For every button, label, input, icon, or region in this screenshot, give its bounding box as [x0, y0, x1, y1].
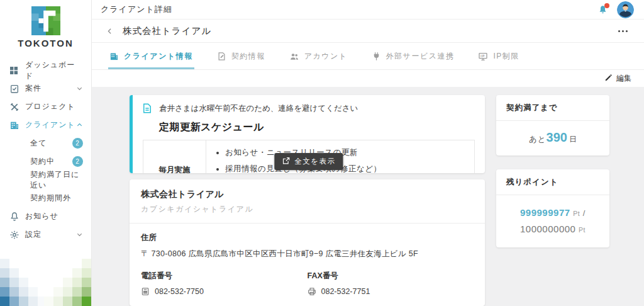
tab-ip-restriction[interactable]: IP IP制限 [477, 43, 520, 69]
sidebar-item-label: ダッシュボード [25, 60, 83, 81]
fax-icon [308, 287, 316, 296]
show-full-text-button[interactable]: 全文を表示 [274, 153, 343, 170]
mosaic-decoration-blue [0, 297, 9, 306]
back-chevron-button[interactable] [106, 27, 114, 35]
chevron-down-icon [76, 85, 83, 92]
gear-icon [9, 229, 19, 240]
address-value: 〒 730-0806 広島県広島市中区中区西十日市町9−9 広電三井住友海上ビル… [141, 249, 474, 259]
points-total-value: 1000000000 [520, 224, 575, 234]
plug-icon [372, 52, 381, 61]
company-name: 株式会社トライアル [141, 189, 474, 200]
phone-icon [141, 287, 150, 296]
points-remaining-value: 999999977 [520, 207, 570, 218]
days-prefix: あと [529, 135, 547, 144]
sidebar-item-clients-all[interactable]: 全て 2 [0, 134, 91, 152]
sidebar-item-dashboard[interactable]: ダッシュボード [0, 61, 91, 79]
sidebar-item-settings[interactable]: 設定 [0, 225, 91, 244]
sidebar-item-projects[interactable]: プロジェクト [0, 98, 91, 116]
phone-label: 電話番号 [141, 271, 308, 281]
tokoton-logo-icon [31, 6, 60, 35]
count-badge: 2 [72, 156, 83, 167]
toolbar: 編集 [92, 70, 644, 87]
schedule-heading: 定期更新スケジュール [159, 121, 475, 134]
breadcrumb: 株式会社トライアル [92, 20, 644, 43]
building-icon [9, 120, 19, 130]
people-icon [289, 52, 299, 62]
points-unit: Pt [579, 226, 586, 234]
sidebar-item-clients-active[interactable]: 契約中 2 [0, 152, 91, 171]
clipboard-check-icon [9, 83, 19, 94]
chevron-up-icon [76, 122, 83, 128]
remaining-points-title: 残りポイント [496, 169, 609, 195]
bell-icon [9, 211, 19, 222]
sidebar-item-label: クライアント [25, 120, 75, 130]
brand-logo[interactable]: TOKOTON [0, 0, 91, 48]
monitor-ip-icon: IP [478, 52, 488, 62]
sidebar-item-label: 契約中 [30, 156, 55, 167]
count-badge: 2 [72, 138, 83, 149]
sidebar-item-clients-expiring[interactable]: 契約満了日に近い [0, 171, 91, 189]
svg-text:IP: IP [481, 54, 486, 57]
sidebar-item-label: 全て [30, 138, 47, 149]
days-suffix: 日 [569, 135, 577, 144]
sidebar-item-label: 契約満了日に近い [30, 169, 83, 191]
tools-icon [9, 101, 19, 112]
notification-dot [604, 3, 609, 8]
fax-label: FAX番号 [308, 271, 474, 281]
tab-label: 外部サービス連携 [386, 51, 455, 62]
document-edit-icon [217, 52, 226, 61]
days-remaining-value: 390 [547, 130, 567, 144]
schedule-item: 採用情報の見直し（募集要項の修正など） [225, 164, 474, 173]
tab-contract-info[interactable]: 契約情報 [216, 43, 267, 69]
show-full-text-label: 全文を表示 [294, 157, 335, 166]
dashboard-icon [9, 65, 19, 76]
tab-client-info[interactable]: クライアント情報 [108, 43, 194, 69]
client-name-heading: 株式会社トライアル [123, 25, 211, 37]
divider [130, 223, 485, 224]
user-avatar[interactable] [617, 1, 634, 18]
edit-button-label: 編集 [616, 73, 631, 84]
sidebar-item-label: お知らせ [25, 211, 58, 222]
sidebar-item-notifications[interactable]: お知らせ [0, 207, 91, 225]
notice-card: 倉井さまは水曜午前不在のため、連絡を避けてください 定期更新スケジュール 毎月実… [130, 95, 485, 173]
tab-external-services[interactable]: 外部サービス連携 [370, 43, 456, 69]
remaining-points-card: 残りポイント 999999977 Pt / 1000000000 Pt [496, 169, 609, 247]
tab-label: クライアント情報 [124, 51, 193, 62]
sidebar-item-label: 設定 [25, 229, 42, 240]
sidebar-item-cases[interactable]: 案件 [0, 79, 91, 98]
company-info-card: 株式会社トライアル カブシキガイシャトライアル 住所 〒 730-0806 広島… [130, 179, 485, 306]
company-name-kana: カブシキガイシャトライアル [141, 204, 474, 215]
top-header: クライアント詳細 [92, 0, 644, 20]
points-unit: Pt [573, 210, 580, 217]
contract-expiry-card: 契約満了まで あと390日 [496, 95, 609, 156]
more-options-button[interactable] [616, 28, 630, 35]
open-in-new-icon [282, 157, 290, 166]
notifications-bell-button[interactable] [597, 4, 608, 15]
address-label: 住所 [141, 232, 474, 243]
client-note-text: 倉井さまは水曜午前不在のため、連絡を避けてください [159, 103, 358, 114]
note-document-icon [142, 103, 153, 114]
points-slash: / [583, 208, 586, 218]
sidebar-item-label: 契約期間外 [30, 193, 71, 203]
tab-label: 契約情報 [231, 51, 265, 62]
edit-button[interactable]: 編集 [604, 73, 631, 84]
sidebar-item-clients[interactable]: クライアント [0, 116, 91, 134]
phone-number: 082-532-7750 [155, 287, 204, 296]
schedule-item: お知らせ・ニュースリリースの更新 [225, 147, 474, 158]
sidebar-nav: ダッシュボード 案件 プロジェクト [0, 61, 91, 244]
page-title: クライアント詳細 [101, 4, 172, 15]
chevron-down-icon [76, 231, 83, 238]
tab-label: アカウント [304, 51, 348, 62]
sidebar: TOKOTON ダッシュボード 案件 [0, 0, 92, 306]
app-window: TOKOTON ダッシュボード 案件 [0, 0, 644, 306]
contract-expiry-title: 契約満了まで [496, 95, 609, 121]
tab-accounts[interactable]: アカウント [288, 43, 349, 69]
brand-wordmark: TOKOTON [18, 38, 73, 48]
schedule-row-label: 毎月実施 [143, 140, 206, 173]
tab-bar: クライアント情報 契約情報 アカウント 外部サービス連携 [92, 43, 644, 70]
main-area: クライアント詳細 株式会社トライアル [92, 0, 644, 306]
building-icon [109, 52, 119, 61]
content-area: 倉井さまは水曜午前不在のため、連絡を避けてください 定期更新スケジュール 毎月実… [92, 87, 644, 306]
fax-number: 082-532-7751 [321, 287, 370, 296]
sidebar-item-clients-expired[interactable]: 契約期間外 [0, 189, 91, 207]
